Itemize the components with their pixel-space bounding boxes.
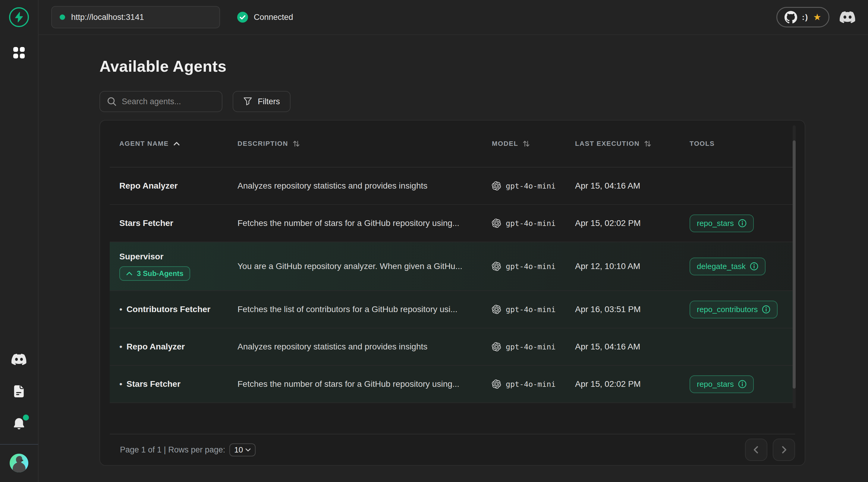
agent-name: Repo Analyzer [119,181,178,191]
sort-asc-icon [173,141,180,146]
sidebar-item-agents[interactable] [13,47,25,59]
document-icon [13,385,24,398]
last-execution: Apr 15, 04:16 AM [575,342,689,352]
column-header-description[interactable]: DESCRIPTION [238,139,492,148]
zap-icon [14,12,24,22]
table-row-supervisor[interactable]: Supervisor 3 Sub-Agents You are a GitHub… [110,242,795,291]
notification-dot [23,415,29,421]
subagent-bullet: • [119,342,122,352]
column-header-model[interactable]: MODEL [492,139,575,148]
page-title: Available Agents [99,57,868,75]
table-row[interactable]: Repo Analyzer Analyzes repository statis… [110,167,795,205]
agent-model: gpt-4o-mini [492,219,575,228]
agent-description: Analyzes repository statistics and provi… [238,181,492,191]
search-input[interactable] [122,97,228,106]
info-icon [750,262,758,270]
sidebar [0,0,38,482]
sort-both-icon [292,139,300,148]
column-header-tools: TOOLS [689,140,795,148]
agent-description: You are a GitHub repository analyzer. Wh… [238,261,492,271]
sort-both-icon [522,139,530,148]
prev-page-button[interactable] [745,439,767,461]
sidebar-divider [0,444,38,445]
topbar: http://localhost:3141 Connected :) ★ [38,0,868,35]
table-row-subagent[interactable]: • Repo Analyzer Analyzes repository stat… [110,328,795,366]
info-icon [738,219,747,227]
agent-model: gpt-4o-mini [492,262,575,271]
column-header-agent-name[interactable]: AGENT NAME [110,140,238,148]
app-logo[interactable] [9,7,29,27]
search-box [99,91,222,112]
last-execution: Apr 12, 10:10 AM [575,261,689,271]
openai-icon [492,305,501,314]
last-execution: Apr 15, 02:02 PM [575,379,689,389]
sort-both-icon [644,139,652,148]
check-circle-icon [237,11,248,23]
table-scrollbar-track[interactable] [793,125,796,409]
table-row[interactable]: Stars Fetcher Fetches the number of star… [110,205,795,242]
agents-table: AGENT NAME DESCRIPTION MODEL LAST EXECUT… [99,120,805,466]
next-page-button[interactable] [773,439,795,461]
rows-per-page-select[interactable]: 10 [229,444,255,456]
info-icon [762,305,770,314]
agent-description: Analyzes repository statistics and provi… [238,342,492,352]
last-execution: Apr 16, 03:51 PM [575,304,689,314]
tool-badge[interactable]: repo_stars [689,375,754,393]
table-header-row: AGENT NAME DESCRIPTION MODEL LAST EXECUT… [110,121,795,167]
grid-icon [13,47,25,59]
sidebar-item-docs[interactable] [13,385,24,398]
filters-label: Filters [258,97,280,106]
agent-description: Fetches the number of stars for a GitHub… [238,379,492,389]
agent-model: gpt-4o-mini [492,181,575,190]
table-row-subagent[interactable]: • Contributors Fetcher Fetches the list … [110,291,795,328]
chevron-right-icon [779,445,789,455]
openai-icon [492,181,501,190]
table-row-subagent[interactable]: • Stars Fetcher Fetches the number of st… [110,366,795,403]
server-url-input[interactable]: http://localhost:3141 [51,6,220,28]
agent-name: Supervisor [119,252,163,261]
filters-button[interactable]: Filters [233,91,290,112]
star-icon: ★ [813,13,821,22]
chevron-left-icon [751,445,761,455]
github-star-button[interactable]: :) ★ [776,7,830,27]
subagent-bullet: • [119,379,122,389]
filter-funnel-icon [243,97,252,106]
table-footer: Page 1 of 1 | Rows per page: 10 [110,434,795,465]
openai-icon [492,342,501,351]
server-status-dot [60,14,65,20]
agent-name: Stars Fetcher [119,218,173,228]
chevron-up-icon [126,271,133,276]
column-header-last-execution[interactable]: LAST EXECUTION [575,139,689,148]
last-execution: Apr 15, 04:16 AM [575,181,689,191]
pagination-summary: Page 1 of 1 | Rows per page: [120,445,225,455]
openai-icon [492,219,501,228]
tool-badge[interactable]: delegate_task [689,258,766,275]
tool-badge[interactable]: repo_stars [689,215,754,232]
user-avatar[interactable] [10,454,28,472]
discord-icon [11,354,27,365]
agent-name: Stars Fetcher [127,379,181,389]
avatar-silhouette [10,454,28,472]
connection-status-label: Connected [254,13,293,22]
sidebar-item-notifications[interactable] [13,418,25,431]
openai-icon [492,262,501,271]
agent-description: Fetches the list of contributors for a G… [238,304,492,314]
openai-icon [492,380,501,389]
sidebar-item-discord[interactable] [11,354,27,365]
github-button-text: :) [802,13,808,22]
discord-link[interactable] [840,11,855,23]
tool-badge[interactable]: repo_contributors [689,301,778,318]
agent-model: gpt-4o-mini [492,380,575,389]
agent-name: Contributors Fetcher [127,304,210,314]
last-execution: Apr 15, 02:02 PM [575,218,689,228]
search-icon [107,97,116,106]
subagents-toggle[interactable]: 3 Sub-Agents [119,266,190,281]
github-icon [784,11,797,24]
table-scrollbar-thumb[interactable] [793,140,796,389]
agent-description: Fetches the number of stars for a GitHub… [238,218,492,228]
subagent-bullet: • [119,304,122,314]
discord-icon [840,11,855,23]
info-icon [738,380,747,388]
connection-status: Connected [237,11,293,23]
server-url: http://localhost:3141 [71,13,144,22]
